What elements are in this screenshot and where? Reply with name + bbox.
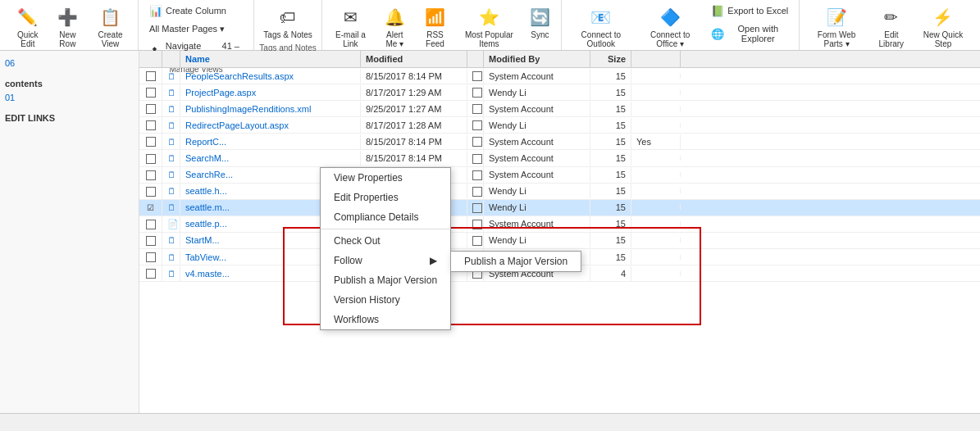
form-web-parts-button[interactable]: 📝 Form Web Parts ▾ xyxy=(805,2,868,51)
tags-notes-icon: 🏷 xyxy=(275,4,301,30)
row-approval xyxy=(467,68,484,84)
submenu-arrow-icon: ▶ xyxy=(430,255,437,266)
email-link-button[interactable]: ✉ E-mail a Link xyxy=(327,2,374,51)
context-item-check-out[interactable]: Check Out xyxy=(321,231,450,251)
content-area: 06 contents 01 EDIT LINKS Name Modified … xyxy=(0,51,980,413)
row-editor: System Account xyxy=(484,69,590,84)
ribbon-group-share: ✉ E-mail a Link 🔔 Alert Me ▾ 📶 RSS Feed … xyxy=(322,0,563,50)
context-menu: View Properties Edit Properties Complian… xyxy=(320,167,451,330)
sidebar-title-edit-links: EDIT LINKS xyxy=(5,113,134,123)
list-row: 🗒 StartM... 8/17/2017 1:29 AM Wendy Li 1… xyxy=(139,233,980,249)
main-area: Name Modified Modified By Size 🗒 PeopleS… xyxy=(139,51,980,413)
edit-library-icon: ✏ xyxy=(878,4,905,30)
sidebar-item-01[interactable]: 01 xyxy=(5,92,134,103)
context-item-version-history[interactable]: Version History xyxy=(321,290,450,310)
list-row: 🗒 RedirectPageLayout.aspx 8/17/2017 1:28… xyxy=(139,117,980,134)
list-header: Name Modified Modified By Size xyxy=(139,51,980,68)
list-row: 🗒 SearchRe... 8/15/2017 8:14 PM System A… xyxy=(139,167,980,184)
header-editor[interactable]: Modified By xyxy=(484,51,590,67)
context-item-view-properties[interactable]: View Properties xyxy=(321,168,450,188)
list-row: 🗒 PeopleSearchResults.aspx 8/15/2017 8:1… xyxy=(139,68,980,84)
sync-icon: 🔄 xyxy=(526,4,553,30)
sidebar-title-contents: contents xyxy=(5,79,134,88)
tags-notes-button[interactable]: 🏷 Tags & Notes xyxy=(259,2,316,42)
sidebar: 06 contents 01 EDIT LINKS xyxy=(0,51,139,413)
header-modified[interactable]: Modified xyxy=(361,51,467,67)
ribbon-group-tags: 🏷 Tags & Notes Tags and Notes xyxy=(254,0,322,50)
ribbon-group-connect: 📧 Connect to Outlook 🔷 Connect to Office… xyxy=(562,0,800,50)
edit-library-button[interactable]: ✏ Edit Library xyxy=(870,2,913,51)
list-row-selected: ☑ 🗒 seattle.m... 5/2017 1:27 AM Wendy Li… xyxy=(139,200,980,216)
email-link-icon: ✉ xyxy=(337,4,363,30)
export-excel-icon: 📗 xyxy=(711,4,724,17)
context-item-publish-major[interactable]: Publish a Major Version xyxy=(321,270,450,290)
row-modified: 8/15/2017 8:14 PM xyxy=(361,69,467,84)
row-check[interactable] xyxy=(139,68,162,84)
row-size: 15 xyxy=(590,69,631,84)
new-row-button[interactable]: ➕ New Row xyxy=(49,2,86,51)
alert-me-icon: 🔔 xyxy=(381,4,408,30)
open-browser-icon: 🌐 xyxy=(711,27,724,40)
submenu-item-publish-major[interactable]: Publish a Major Version xyxy=(451,252,581,271)
row-icon: 🗒 xyxy=(162,69,180,84)
export-excel-button[interactable]: 📗 Export to Excel xyxy=(705,2,794,20)
header-flag xyxy=(631,51,681,67)
header-size[interactable]: Size xyxy=(590,51,631,67)
list-row: 🗒 ProjectPage.aspx 8/17/2017 1:29 AM Wen… xyxy=(139,84,980,101)
context-item-edit-properties[interactable]: Edit Properties xyxy=(321,188,450,207)
header-icon xyxy=(162,51,180,67)
sync-button[interactable]: 🔄 Sync xyxy=(523,2,556,42)
ribbon-group-customize: 📝 Form Web Parts ▾ ✏ Edit Library ⚡ New … xyxy=(800,0,977,50)
create-view-icon: 📋 xyxy=(98,4,124,30)
form-web-parts-icon: 📝 xyxy=(823,4,850,30)
list-row: 🗒 PublishingImageRenditions.xml 9/25/201… xyxy=(139,101,980,117)
connect-outlook-button[interactable]: 📧 Connect to Outlook xyxy=(567,2,635,51)
quick-edit-icon: ✏️ xyxy=(15,4,41,30)
create-column-icon: 📊 xyxy=(149,4,162,17)
submenu: Publish a Major Version xyxy=(450,251,581,272)
sidebar-item-06[interactable]: 06 xyxy=(5,57,134,69)
list-row: 🗒 seattle.h... 9/25/2017 1:27 AM Wendy L… xyxy=(139,184,980,200)
context-item-compliance[interactable]: Compliance Details xyxy=(321,207,450,227)
alert-me-button[interactable]: 🔔 Alert Me ▾ xyxy=(376,2,414,51)
connect-office-button[interactable]: 🔷 Connect to Office ▾ xyxy=(636,2,704,51)
list-row: 🗒 ReportC... 8/15/2017 8:14 PM System Ac… xyxy=(139,134,980,150)
ribbon-group-format: ✏️ Quick Edit ➕ New Row 📋 Create View Fo… xyxy=(3,0,139,50)
create-column-button[interactable]: 📊 Create Column xyxy=(144,2,232,20)
status-bar xyxy=(0,413,980,431)
create-view-button[interactable]: 📋 Create View xyxy=(88,2,133,51)
context-item-follow[interactable]: Follow ▶ Publish a Major Version xyxy=(321,251,450,270)
context-separator-1 xyxy=(321,229,450,229)
most-popular-icon: ⭐ xyxy=(476,4,502,30)
new-quick-step-button[interactable]: ⚡ New Quick Step xyxy=(914,2,972,51)
new-quick-step-icon: ⚡ xyxy=(930,4,956,30)
rss-feed-button[interactable]: 📶 RSS Feed xyxy=(416,2,455,51)
header-approval xyxy=(467,51,484,67)
new-row-icon: ➕ xyxy=(54,4,80,30)
connect-outlook-icon: 📧 xyxy=(588,4,614,30)
list-row: 🗒 SearchM... 8/15/2017 8:14 PM System Ac… xyxy=(139,150,980,166)
rss-feed-icon: 📶 xyxy=(422,4,448,30)
all-master-pages-button[interactable]: All Master Pages ▾ xyxy=(144,21,230,37)
ribbon-group-manage-views: 📊 Create Column All Master Pages ▾ ⬆ Nav… xyxy=(139,0,254,50)
quick-edit-button[interactable]: ✏️ Quick Edit xyxy=(8,2,48,51)
connect-office-icon: 🔷 xyxy=(657,4,683,30)
row-flag xyxy=(631,74,681,79)
row-name[interactable]: PeopleSearchResults.aspx xyxy=(180,69,361,84)
list-row: 📄 seattle.p... 8/14/2017 1:39 PM System … xyxy=(139,216,980,233)
context-item-workflows[interactable]: Workflows xyxy=(321,310,450,329)
ribbon: ✏️ Quick Edit ➕ New Row 📋 Create View Fo… xyxy=(0,0,980,51)
header-name[interactable]: Name xyxy=(180,51,361,67)
header-check xyxy=(139,51,162,67)
most-popular-button[interactable]: ⭐ Most Popular Items xyxy=(456,2,522,51)
open-browser-button[interactable]: 🌐 Open with Explorer xyxy=(705,21,794,46)
